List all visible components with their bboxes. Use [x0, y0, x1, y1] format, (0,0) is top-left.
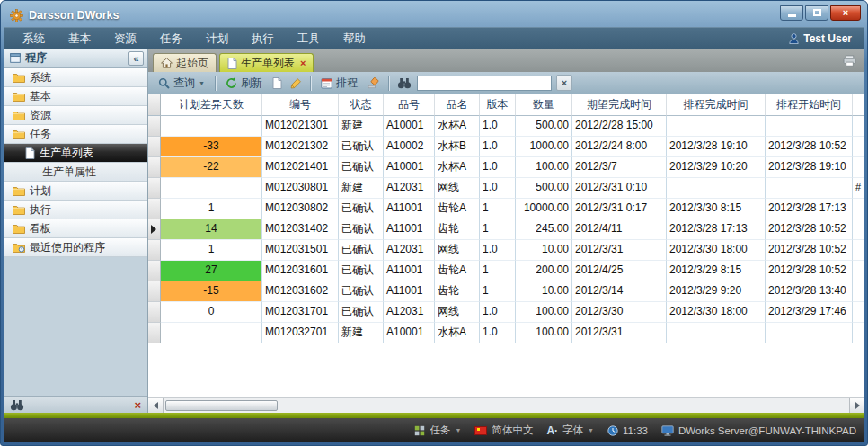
grid-cell: 1	[161, 199, 262, 219]
app-gear-icon	[10, 9, 23, 22]
menu-item[interactable]: 工具	[286, 28, 332, 49]
column-header[interactable]: 版本	[480, 94, 516, 116]
menu-item[interactable]: 资源	[102, 28, 148, 49]
sidebar-item[interactable]: 生产单属性	[4, 163, 147, 182]
grid-row[interactable]: M012032701新建A10001水杯A1.0100.002012/3/31	[148, 323, 864, 343]
scrollbar-thumb[interactable]	[165, 400, 278, 411]
statusbar-language[interactable]: 简体中文	[474, 424, 533, 437]
column-header[interactable]: 期望完成时间	[572, 94, 667, 116]
menu-item[interactable]: 任务	[148, 28, 194, 49]
sidebar-collapse-button[interactable]: «	[128, 51, 144, 66]
binoculars-icon[interactable]	[10, 399, 24, 411]
grid-cell: -15	[161, 281, 262, 302]
tab[interactable]: 起始页	[153, 53, 217, 72]
sidebar-item[interactable]: 最近使用的程序	[4, 238, 147, 257]
folder-icon	[13, 129, 25, 139]
grid-cell: 已确认	[339, 240, 384, 261]
sidebar-item[interactable]: 看板	[4, 219, 147, 238]
schedule-button[interactable]: 排程	[316, 74, 362, 93]
sidebar-item[interactable]: 执行	[4, 201, 147, 219]
menu-item[interactable]: 帮助	[332, 28, 377, 49]
row-indicator	[148, 199, 161, 219]
grid-cell	[853, 281, 864, 302]
scroll-left-button[interactable]	[148, 398, 164, 413]
column-header[interactable]: 数量	[516, 94, 572, 116]
menu-item[interactable]: 系统	[11, 28, 57, 49]
grid-cell: 水杯A	[435, 323, 480, 343]
grid-cell: 1.0	[480, 178, 516, 199]
column-header[interactable]: 排程完成时间	[667, 94, 766, 116]
refresh-button[interactable]: 刷新	[221, 74, 267, 93]
sidebar-item[interactable]: 资源	[4, 106, 147, 125]
grid-row[interactable]: 0M012031701已确认A12031网线1.0100.002012/3/30…	[148, 302, 864, 323]
app-window: Darsson DWorks × 系统基本资源任务计划执行工具帮助 Test U…	[0, 0, 868, 446]
query-button[interactable]: 查询 ▼	[154, 74, 209, 93]
close-button[interactable]: ×	[830, 5, 861, 21]
grid-cell	[853, 219, 864, 240]
sidebar-item[interactable]: 基本	[4, 87, 147, 106]
tab[interactable]: 生产单列表×	[219, 53, 314, 72]
arrow-right-icon	[855, 402, 860, 409]
grid-row[interactable]: M012030801新建A12031网线1.0500.002012/3/31 0…	[148, 178, 864, 199]
sidebar-item-list: 系统基本资源任务生产单列表生产单属性计划执行看板最近使用的程序	[4, 68, 147, 257]
status-bar: 任务 ▼ 简体中文 A· 字体 ▼ 11:33 DWorks Server@FU…	[4, 418, 864, 442]
grid-body: M012021301新建A10001水杯A1.0500.002012/2/28 …	[148, 116, 864, 343]
menu-item[interactable]: 基本	[57, 28, 102, 49]
column-header[interactable]: 品号	[384, 94, 435, 116]
sidebar-item[interactable]: 系统	[4, 68, 147, 87]
grid-row[interactable]: 1M012031501已确认A12031网线1.010.002012/3/312…	[148, 240, 864, 261]
folder-icon	[13, 205, 25, 215]
grid-cell: 2012/3/28 10:52	[766, 137, 853, 157]
sidebar-item[interactable]: 生产单列表	[4, 144, 147, 163]
menu-item[interactable]: 计划	[194, 28, 240, 49]
statusbar-font[interactable]: A· 字体 ▼	[546, 424, 594, 437]
sidebar-item[interactable]: 任务	[4, 125, 147, 144]
user-indicator[interactable]: Test User	[789, 32, 857, 45]
scroll-right-button[interactable]	[849, 398, 864, 413]
statusbar-tasks[interactable]: 任务 ▼	[414, 424, 461, 437]
column-header[interactable]: 计划差异天数	[161, 94, 262, 116]
page-icon	[227, 58, 237, 69]
eraser-button[interactable]	[365, 76, 383, 91]
folder-icon	[13, 92, 25, 102]
clear-search-button[interactable]: ×	[556, 75, 572, 91]
grid-row[interactable]: 1M012030802已确认A11001齿轮A110000.002012/3/3…	[148, 199, 864, 219]
tab-close-icon[interactable]: ×	[300, 58, 306, 68]
magnifier-icon	[158, 77, 170, 89]
column-header[interactable]: 品名	[435, 94, 480, 116]
sidebar-search-close-icon[interactable]: ×	[134, 398, 141, 412]
grid-row[interactable]: -22M012021401已确认A10001水杯A1.0100.002012/3…	[148, 157, 864, 178]
maximize-button[interactable]	[805, 5, 828, 21]
server-monitor-icon	[661, 425, 674, 436]
row-indicator-header	[148, 94, 161, 116]
grid-cell: 1.0	[480, 157, 516, 178]
tab-strip: 起始页生产单列表×	[148, 49, 864, 72]
sidebar-item[interactable]: 计划	[4, 182, 147, 201]
printer-icon[interactable]	[843, 55, 860, 67]
grid-cell: M012031701	[262, 302, 339, 323]
schedule-calendar-icon	[321, 77, 332, 89]
folder-icon	[13, 186, 25, 196]
grid-row[interactable]: 14M012031402已确认A11001齿轮1245.002012/4/112…	[148, 219, 864, 240]
grid-cell: 2012/2/28 15:00	[572, 116, 667, 137]
grid-row[interactable]: M012021301新建A10001水杯A1.0500.002012/2/28 …	[148, 116, 864, 137]
tasks-grid-icon	[414, 425, 425, 436]
minimize-button[interactable]	[780, 5, 803, 21]
grid-cell: M012031602	[262, 281, 339, 302]
edit-button[interactable]	[288, 76, 305, 91]
horizontal-scrollbar[interactable]	[148, 397, 864, 413]
grid-row[interactable]: 27M012031601已确认A11001齿轮A1200.002012/4/25…	[148, 261, 864, 281]
column-header[interactable]: 排程开始时间	[766, 94, 853, 116]
grid-cell: 1	[480, 281, 516, 302]
menu-item[interactable]: 执行	[240, 28, 286, 49]
pencil-icon	[290, 77, 302, 89]
new-document-button[interactable]	[270, 76, 285, 91]
find-binoculars-icon[interactable]	[397, 77, 412, 89]
column-header[interactable]: 编号	[262, 94, 339, 116]
column-header[interactable]: 状态	[339, 94, 384, 116]
grid-row[interactable]: -33M012021302已确认A10002水杯B1.01000.002012/…	[148, 137, 864, 157]
search-input[interactable]	[417, 76, 552, 91]
grid-cell: 已确认	[339, 219, 384, 240]
grid-row[interactable]: -15M012031602已确认A11001齿轮110.002012/3/142…	[148, 281, 864, 302]
grid-cell	[853, 323, 864, 343]
